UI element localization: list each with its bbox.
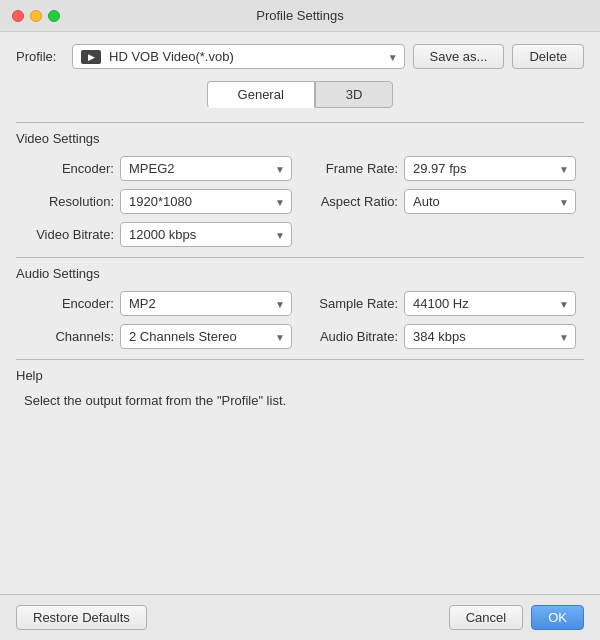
save-as-button[interactable]: Save as... (413, 44, 505, 69)
audio-bitrate-row: Audio Bitrate: 384 kbps ▼ (308, 324, 576, 349)
audio-bitrate-select[interactable]: 384 kbps (404, 324, 576, 349)
channels-select-wrapper: 2 Channels Stereo ▼ (120, 324, 292, 349)
resolution-select-wrapper: 1920*1080 ▼ (120, 189, 292, 214)
tab-3d[interactable]: 3D (315, 81, 394, 108)
aspect-ratio-select[interactable]: Auto (404, 189, 576, 214)
aspect-ratio-row: Aspect Ratio: Auto ▼ (308, 189, 576, 214)
channels-label: Channels: (24, 329, 114, 344)
channels-select[interactable]: 2 Channels Stereo (120, 324, 292, 349)
profile-select[interactable]: HD VOB Video(*.vob) (109, 49, 396, 64)
encoder-row: Encoder: MPEG2 ▼ (24, 156, 292, 181)
aspect-ratio-label: Aspect Ratio: (308, 194, 398, 209)
cancel-button[interactable]: Cancel (449, 605, 523, 630)
profile-select-wrapper: ▶ HD VOB Video(*.vob) ▼ (72, 44, 405, 69)
profile-buttons: Save as... Delete (413, 44, 584, 69)
encoder-label: Encoder: (24, 161, 114, 176)
sample-rate-select[interactable]: 44100 Hz (404, 291, 576, 316)
channels-row: Channels: 2 Channels Stereo ▼ (24, 324, 292, 349)
resolution-select[interactable]: 1920*1080 (120, 189, 292, 214)
audio-bitrate-label: Audio Bitrate: (308, 329, 398, 344)
maximize-button[interactable] (48, 10, 60, 22)
profile-label: Profile: (16, 49, 64, 64)
audio-encoder-row: Encoder: MP2 ▼ (24, 291, 292, 316)
audio-bitrate-select-wrapper: 384 kbps ▼ (404, 324, 576, 349)
profile-row: Profile: ▶ HD VOB Video(*.vob) ▼ Save as… (16, 44, 584, 69)
video-bitrate-select[interactable]: 12000 kbps (120, 222, 292, 247)
audio-encoder-select-wrapper: MP2 ▼ (120, 291, 292, 316)
video-bitrate-select-wrapper: 12000 kbps ▼ (120, 222, 292, 247)
ok-button[interactable]: OK (531, 605, 584, 630)
help-section: Help Select the output format from the "… (16, 359, 584, 582)
encoder-select-wrapper: MPEG2 ▼ (120, 156, 292, 181)
frame-rate-label: Frame Rate: (308, 161, 398, 176)
aspect-ratio-select-wrapper: Auto ▼ (404, 189, 576, 214)
footer: Restore Defaults Cancel OK (0, 594, 600, 640)
profile-icon: ▶ (81, 50, 101, 64)
main-content: Profile: ▶ HD VOB Video(*.vob) ▼ Save as… (0, 32, 600, 594)
traffic-lights (12, 10, 60, 22)
resolution-label: Resolution: (24, 194, 114, 209)
video-bitrate-label: Video Bitrate: (24, 227, 114, 242)
resolution-row: Resolution: 1920*1080 ▼ (24, 189, 292, 214)
audio-settings-section: Audio Settings Encoder: MP2 ▼ Sample Rat… (16, 257, 584, 349)
audio-encoder-select[interactable]: MP2 (120, 291, 292, 316)
sample-rate-label: Sample Rate: (308, 296, 398, 311)
sample-rate-select-wrapper: 44100 Hz ▼ (404, 291, 576, 316)
footer-right-buttons: Cancel OK (449, 605, 584, 630)
sample-rate-row: Sample Rate: 44100 Hz ▼ (308, 291, 576, 316)
help-text: Select the output format from the "Profi… (16, 393, 584, 408)
video-settings-title: Video Settings (16, 131, 584, 146)
frame-rate-select[interactable]: 29.97 fps (404, 156, 576, 181)
audio-settings-title: Audio Settings (16, 266, 584, 281)
delete-button[interactable]: Delete (512, 44, 584, 69)
encoder-select[interactable]: MPEG2 (120, 156, 292, 181)
restore-defaults-button[interactable]: Restore Defaults (16, 605, 147, 630)
video-settings-section: Video Settings Encoder: MPEG2 ▼ Frame Ra… (16, 122, 584, 247)
window-title: Profile Settings (256, 8, 343, 23)
minimize-button[interactable] (30, 10, 42, 22)
help-title: Help (16, 368, 584, 383)
close-button[interactable] (12, 10, 24, 22)
video-bitrate-row: Video Bitrate: 12000 kbps ▼ (24, 222, 292, 247)
title-bar: Profile Settings (0, 0, 600, 32)
tab-general[interactable]: General (207, 81, 315, 108)
tabs-row: General 3D (16, 81, 584, 108)
audio-fields-grid: Encoder: MP2 ▼ Sample Rate: 44100 Hz ▼ (16, 291, 584, 349)
video-fields-grid: Encoder: MPEG2 ▼ Frame Rate: 29.97 fps ▼ (16, 156, 584, 247)
frame-rate-select-wrapper: 29.97 fps ▼ (404, 156, 576, 181)
frame-rate-row: Frame Rate: 29.97 fps ▼ (308, 156, 576, 181)
audio-encoder-label: Encoder: (24, 296, 114, 311)
